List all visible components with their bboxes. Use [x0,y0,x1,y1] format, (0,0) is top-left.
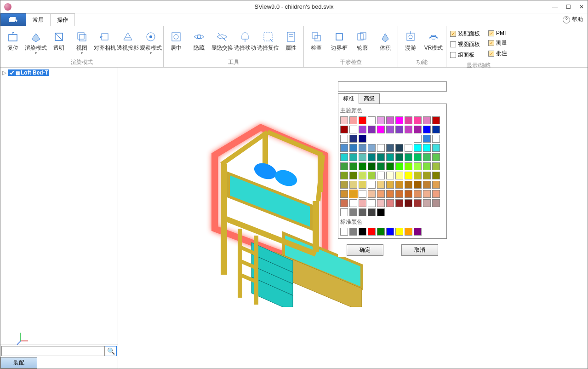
color-swatch[interactable] [368,199,376,207]
color-swatch[interactable] [349,126,357,133]
color-swatch[interactable] [423,199,431,207]
color-swatch[interactable] [423,153,431,161]
color-swatch[interactable] [432,181,440,189]
tree-search-input[interactable] [1,346,105,356]
color-swatch[interactable] [368,153,376,161]
ribbon-button[interactable]: 属性 [280,28,303,53]
color-swatch[interactable] [377,208,385,216]
color-swatch[interactable] [386,228,394,236]
ribbon-button[interactable]: 体积 [374,28,397,53]
tab-common[interactable]: 常用 [26,13,51,26]
ribbon-button[interactable]: 显隐交换 [211,28,234,53]
color-swatch[interactable] [377,190,385,198]
color-swatch[interactable] [423,116,431,124]
color-swatch[interactable] [423,126,431,133]
picker-tab-standard[interactable]: 标准 [338,93,359,104]
color-swatch[interactable] [405,126,412,133]
ribbon-button[interactable]: 选择移动 [234,28,257,53]
color-swatch[interactable] [340,190,348,198]
color-swatch[interactable] [377,162,385,170]
color-swatch[interactable] [414,126,422,133]
tree-node-checkbox[interactable] [9,70,15,76]
color-swatch[interactable] [386,126,394,133]
color-swatch[interactable] [359,199,366,207]
color-swatch[interactable] [423,135,431,143]
color-swatch[interactable] [405,199,412,207]
ribbon-button[interactable]: 边界框 [328,28,351,53]
show-hide-checkbox[interactable]: 测量 [488,39,507,47]
color-swatch[interactable] [377,116,385,124]
color-swatch[interactable] [368,172,376,179]
viewport-3d[interactable]: 标准 高级 主题颜色 标准颜色 确定 取消 [118,68,588,369]
color-swatch[interactable] [359,126,366,133]
cancel-button[interactable]: 取消 [401,244,438,256]
color-swatch[interactable] [414,116,422,124]
color-swatch[interactable] [432,135,440,143]
maximize-button[interactable]: ☐ [566,4,571,10]
color-swatch[interactable] [368,208,376,216]
color-swatch[interactable] [405,190,412,198]
color-swatch[interactable] [405,116,412,124]
color-swatch[interactable] [386,199,394,207]
file-menu-button[interactable] [0,13,26,26]
color-swatch[interactable] [359,190,366,198]
color-swatch[interactable] [368,162,376,170]
color-swatch[interactable] [340,172,348,179]
color-swatch[interactable] [395,126,403,133]
model-tree[interactable]: ▷ ▦ Loft Bed-T [0,68,118,345]
color-swatch[interactable] [340,208,348,216]
color-swatch[interactable] [395,172,403,179]
ribbon-button[interactable]: 复位 [1,28,24,53]
color-swatch[interactable] [349,153,357,161]
color-swatch[interactable] [414,144,422,152]
ribbon-button[interactable]: 选择复位 [257,28,280,53]
color-swatch[interactable] [340,153,348,161]
color-swatch[interactable] [405,153,412,161]
color-swatch[interactable] [349,190,357,198]
color-swatch[interactable] [349,199,357,207]
color-swatch[interactable] [359,144,366,152]
ribbon-button[interactable]: 视图▾ [70,28,93,57]
color-swatch[interactable] [386,181,394,189]
show-hide-checkbox[interactable]: 视图面板 [450,40,480,48]
color-swatch[interactable] [377,181,385,189]
color-swatch[interactable] [349,181,357,189]
color-swatch[interactable] [423,181,431,189]
show-hide-checkbox[interactable]: 组面板 [450,51,480,59]
color-swatch[interactable] [340,199,348,207]
color-swatch[interactable] [432,153,440,161]
color-swatch[interactable] [377,172,385,179]
color-swatch[interactable] [395,181,403,189]
color-swatch[interactable] [377,228,385,236]
color-swatch[interactable] [368,228,376,236]
ribbon-button[interactable]: 漫游 [399,28,422,53]
color-swatch[interactable] [414,153,422,161]
color-swatch[interactable] [405,228,412,236]
minimize-button[interactable]: — [552,4,558,10]
tab-operate[interactable]: 操作 [50,13,75,26]
color-swatch[interactable] [414,162,422,170]
ribbon-button[interactable]: 渲染模式▾ [24,28,47,57]
help-link[interactable]: 帮助 [558,13,588,26]
color-swatch[interactable] [359,172,366,179]
color-swatch[interactable] [359,208,366,216]
ribbon-button[interactable]: 对齐相机 [93,28,116,53]
color-swatch[interactable] [349,172,357,179]
color-swatch[interactable] [377,144,385,152]
color-swatch[interactable] [368,190,376,198]
assembly-tab[interactable]: 装配 [0,357,37,369]
color-swatch[interactable] [395,144,403,152]
color-swatch[interactable] [432,190,440,198]
color-swatch[interactable] [414,199,422,207]
color-swatch[interactable] [395,153,403,161]
color-swatch[interactable] [340,228,348,236]
color-swatch[interactable] [405,162,412,170]
color-swatch[interactable] [386,144,394,152]
color-swatch[interactable] [405,181,412,189]
color-swatch[interactable] [386,172,394,179]
color-swatch[interactable] [340,181,348,189]
color-swatch[interactable] [432,116,440,124]
color-swatch[interactable] [432,144,440,152]
color-swatch[interactable] [414,181,422,189]
color-swatch[interactable] [432,162,440,170]
